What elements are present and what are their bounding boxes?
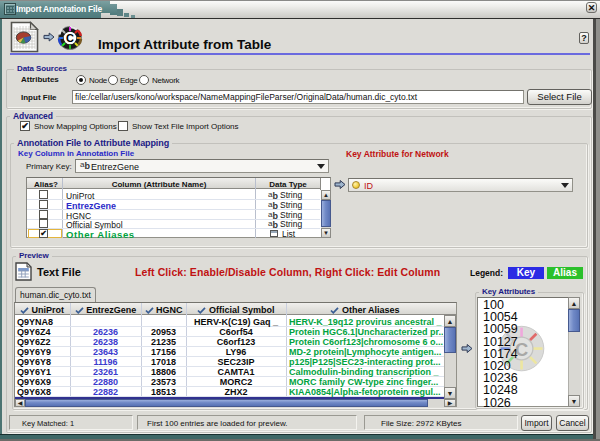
svg-text:C: C [66, 32, 74, 44]
